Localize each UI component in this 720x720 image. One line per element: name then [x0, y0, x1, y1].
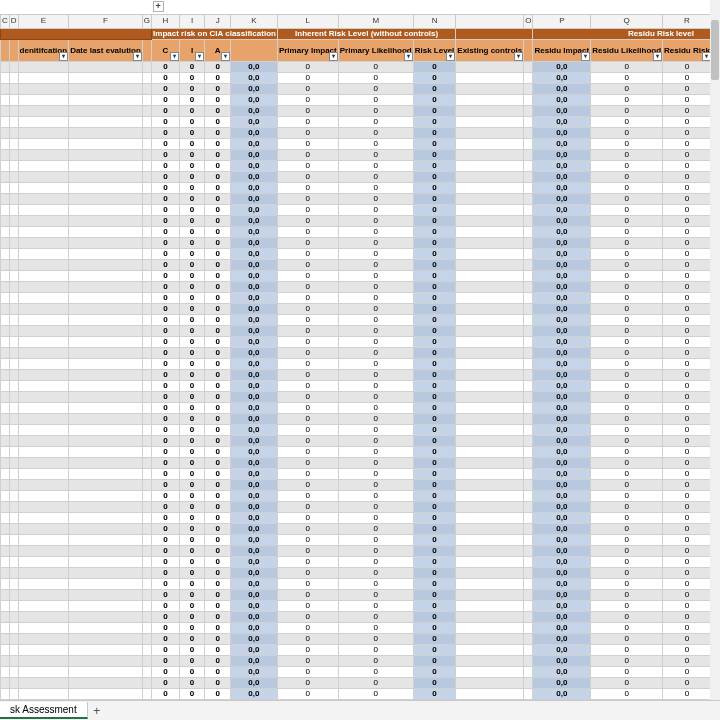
cell[interactable] [1, 677, 10, 688]
cell[interactable]: 0 [413, 369, 456, 380]
cell[interactable]: 0 [663, 336, 712, 347]
cell[interactable]: 0 [338, 435, 413, 446]
cell[interactable] [456, 523, 524, 534]
cell[interactable]: 0 [277, 501, 338, 512]
column-header-N2[interactable] [456, 14, 524, 28]
cell[interactable]: 0 [663, 171, 712, 182]
cell[interactable]: 0,0 [230, 171, 277, 182]
table-row[interactable]: 0000,00000,000YesOpen [1, 369, 721, 380]
cell[interactable] [69, 600, 143, 611]
cell[interactable]: 0 [179, 479, 205, 490]
cell[interactable] [69, 490, 143, 501]
cell[interactable]: 0 [179, 468, 205, 479]
cell[interactable] [9, 83, 18, 94]
cell[interactable]: 0 [663, 402, 712, 413]
cell[interactable]: 0,0 [230, 523, 277, 534]
cell[interactable] [69, 138, 143, 149]
cell[interactable] [456, 600, 524, 611]
cell[interactable]: 0 [205, 193, 231, 204]
cell[interactable] [456, 402, 524, 413]
cell[interactable]: 0 [413, 622, 456, 633]
cell[interactable] [69, 501, 143, 512]
cell[interactable]: 0 [413, 655, 456, 666]
cell[interactable]: 0 [152, 127, 180, 138]
cell[interactable] [69, 149, 143, 160]
cell[interactable] [69, 237, 143, 248]
cell[interactable] [18, 83, 69, 94]
cell[interactable]: 0,0 [533, 182, 591, 193]
cell[interactable] [142, 369, 151, 380]
cell[interactable]: 0,0 [230, 347, 277, 358]
cell[interactable] [18, 545, 69, 556]
cell[interactable]: 0 [152, 94, 180, 105]
table-row[interactable]: 0000,00000,000YesOpen [1, 182, 721, 193]
cell[interactable]: 0,0 [533, 413, 591, 424]
cell[interactable] [18, 424, 69, 435]
cell[interactable] [1, 182, 10, 193]
cell[interactable] [18, 116, 69, 127]
cell[interactable] [456, 281, 524, 292]
cell[interactable]: 0 [591, 72, 663, 83]
cell[interactable] [1, 149, 10, 160]
cell[interactable]: 0 [179, 380, 205, 391]
header-residu-likelihood[interactable]: Residu Likelihood▾ [591, 39, 663, 61]
cell[interactable]: 0 [277, 215, 338, 226]
table-row[interactable]: 0000,00000,000YesOpen [1, 248, 721, 259]
cell[interactable]: 0 [413, 270, 456, 281]
cell[interactable]: 0,0 [533, 127, 591, 138]
cell[interactable] [1, 567, 10, 578]
cell[interactable]: 0 [179, 259, 205, 270]
cell[interactable] [69, 402, 143, 413]
cell[interactable]: 0,0 [533, 424, 591, 435]
table-row[interactable]: 0000,00000,000YesOpen [1, 314, 721, 325]
cell[interactable] [9, 479, 18, 490]
cell[interactable]: 0 [277, 523, 338, 534]
cell[interactable]: 0 [338, 380, 413, 391]
cell[interactable] [1, 215, 10, 226]
cell[interactable]: 0,0 [230, 512, 277, 523]
cell[interactable] [9, 567, 18, 578]
cell[interactable] [456, 204, 524, 215]
cell[interactable]: 0 [663, 358, 712, 369]
cell[interactable]: 0 [413, 479, 456, 490]
cell[interactable]: 0 [591, 501, 663, 512]
cell[interactable]: 0 [277, 611, 338, 622]
cell[interactable]: 0 [338, 446, 413, 457]
cell[interactable] [142, 61, 151, 72]
cell[interactable]: 0 [338, 523, 413, 534]
table-row[interactable]: 0000,00000,000YesOpen [1, 72, 721, 83]
cell[interactable]: 0,0 [230, 127, 277, 138]
cell[interactable] [9, 446, 18, 457]
cell[interactable] [1, 490, 10, 501]
cell[interactable]: 0 [205, 611, 231, 622]
cell[interactable] [18, 138, 69, 149]
cell[interactable]: 0,0 [533, 402, 591, 413]
cell[interactable] [18, 567, 69, 578]
cell[interactable] [69, 413, 143, 424]
cell[interactable]: 0 [663, 534, 712, 545]
cell[interactable]: 0 [591, 655, 663, 666]
cell[interactable] [69, 94, 143, 105]
cell[interactable] [456, 116, 524, 127]
cell[interactable] [18, 281, 69, 292]
cell[interactable]: 0,0 [533, 281, 591, 292]
cell[interactable] [524, 633, 533, 644]
cell[interactable]: 0 [152, 358, 180, 369]
cell[interactable]: 0 [338, 512, 413, 523]
cell[interactable] [1, 204, 10, 215]
cell[interactable] [1, 270, 10, 281]
cell[interactable]: 0 [413, 644, 456, 655]
cell[interactable] [524, 380, 533, 391]
cell[interactable] [142, 479, 151, 490]
cell[interactable]: 0 [663, 369, 712, 380]
cell[interactable] [524, 94, 533, 105]
cell[interactable]: 0 [591, 666, 663, 677]
cell[interactable] [142, 468, 151, 479]
cell[interactable]: 0 [205, 116, 231, 127]
cell[interactable]: 0 [663, 457, 712, 468]
table-row[interactable]: 0000,00000,000YesOpen [1, 171, 721, 182]
cell[interactable] [524, 611, 533, 622]
cell[interactable] [1, 72, 10, 83]
cell[interactable]: 0,0 [230, 270, 277, 281]
cell[interactable] [18, 468, 69, 479]
